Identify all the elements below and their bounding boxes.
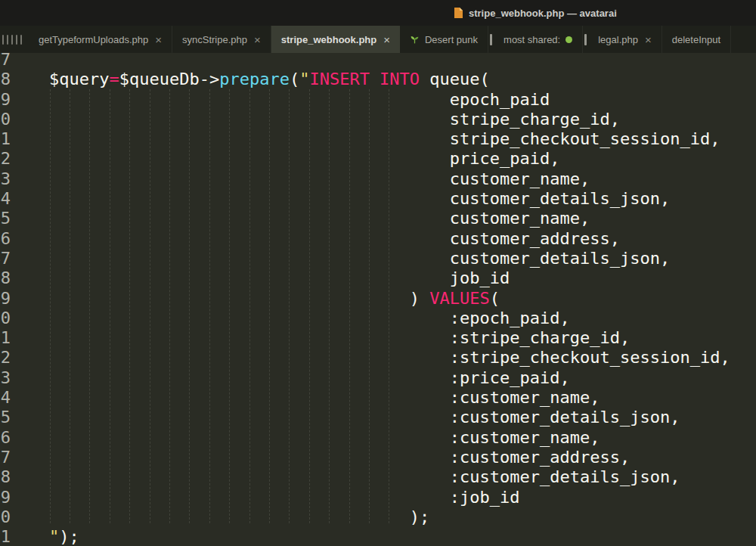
editor[interactable]: 3738$query=$queueDb->prepare("INSERT INT… [0, 53, 756, 546]
code-line: 44 customer_details_json, [0, 189, 756, 209]
line-number: 42 [0, 149, 11, 169]
code-text: customer_name, [11, 169, 590, 189]
code-text: customer_address, [11, 229, 620, 249]
tab-label: Desert punk [425, 34, 478, 45]
code-text: :customer_details_json, [11, 408, 680, 427]
code-text: :stripe_charge_id, [11, 328, 630, 348]
line-number: 51 [0, 328, 11, 348]
tab-most-shared-[interactable]: most shared: [494, 26, 583, 53]
code-text: stripe_charge_id, [11, 110, 620, 129]
code-text: :customer_details_json, [11, 467, 680, 487]
code-line: 46 customer_address, [0, 229, 756, 249]
code-text: stripe_checkout_session_id, [11, 129, 720, 149]
tab-close-icon[interactable]: × [254, 34, 261, 45]
tab-label: getTypeformUploads.php [39, 34, 148, 45]
line-number: 45 [0, 209, 11, 228]
code-text: :customer_name, [11, 428, 600, 448]
code-text: ); [11, 507, 429, 527]
tab-separator [584, 34, 587, 45]
code-line: 40 stripe_charge_id, [0, 110, 756, 129]
window-title-group: stripe_webhook.php — avatarai [454, 0, 617, 26]
code-text: $query=$queueDb->prepare("INSERT INTO qu… [11, 70, 490, 89]
code-line: 37 [0, 53, 756, 70]
code-line: 53 :price_paid, [0, 368, 756, 388]
code-line: 61"); [0, 527, 756, 546]
line-number: 48 [0, 268, 11, 288]
line-number: 61 [0, 527, 11, 546]
edge-bar [2, 35, 4, 45]
tab-bar: getTypeformUploads.php×syncStripe.php×st… [0, 26, 756, 53]
line-number: 60 [0, 507, 11, 527]
code-line: 58 :customer_details_json, [0, 467, 756, 487]
code-line: 41 stripe_checkout_session_id, [0, 129, 756, 149]
tab-close-icon[interactable]: × [645, 34, 652, 45]
tab-deleteinput[interactable]: deleteInput [662, 26, 731, 53]
code-line: 57 :customer_address, [0, 448, 756, 467]
tab-legal-php[interactable]: legal.php× [588, 26, 662, 53]
code-text: ) VALUES( [11, 289, 500, 309]
code-line: 56 :customer_name, [0, 428, 756, 448]
tab-close-icon[interactable]: × [155, 34, 162, 45]
titlebar: stripe_webhook.php — avatarai [0, 0, 756, 26]
line-number: 46 [0, 229, 11, 249]
tab-label: stripe_webhook.php [281, 34, 376, 45]
modified-dot [565, 36, 572, 43]
tab-strip: getTypeformUploads.php×syncStripe.php×st… [29, 26, 756, 53]
line-number: 56 [0, 428, 11, 448]
edge-bar [11, 35, 13, 45]
clipped-tab-edge [0, 26, 29, 53]
code-text: price_paid, [11, 149, 560, 169]
line-number: 41 [0, 129, 11, 149]
line-number: 47 [0, 249, 11, 268]
tab-label: deleteInput [672, 34, 720, 45]
tab-label: legal.php [598, 34, 638, 45]
line-number: 39 [0, 90, 11, 110]
line-number: 53 [0, 368, 11, 388]
tab-gettypeformuploads-php[interactable]: getTypeformUploads.php× [29, 26, 172, 53]
line-number: 57 [0, 448, 11, 467]
code-line: 38$query=$queueDb->prepare("INSERT INTO … [0, 70, 756, 89]
code-text: customer_details_json, [11, 249, 670, 268]
code-line: 54 :customer_name, [0, 388, 756, 408]
code-text: "); [11, 527, 79, 546]
tab-close-icon[interactable]: × [383, 34, 390, 45]
code-line: 52 :stripe_checkout_session_id, [0, 348, 756, 368]
line-number: 58 [0, 467, 11, 487]
line-number: 38 [0, 70, 11, 89]
tab-syncstripe-php[interactable]: syncStripe.php× [172, 26, 271, 53]
code-text: :price_paid, [11, 368, 570, 388]
edge-bar [16, 35, 17, 45]
line-number: 52 [0, 348, 11, 368]
line-number: 43 [0, 169, 11, 189]
code-text: :customer_address, [11, 448, 630, 467]
code-text [11, 53, 49, 70]
tab-desert-punk[interactable]: Desert punk [400, 26, 488, 53]
code-line: 55 :customer_details_json, [0, 408, 756, 427]
tab-separator [490, 34, 492, 45]
php-file-icon [454, 8, 463, 19]
line-number: 44 [0, 189, 11, 209]
code-text: :stripe_checkout_session_id, [11, 348, 730, 368]
code-line: 47 customer_details_json, [0, 249, 756, 268]
tab-label: syncStripe.php [182, 34, 247, 45]
seedling-icon [410, 35, 420, 45]
window-title: stripe_webhook.php — avatarai [469, 8, 617, 19]
code-text: epoch_paid [11, 90, 550, 110]
code-line: 39 epoch_paid [0, 90, 756, 110]
edge-bar [20, 35, 22, 45]
code-line: 59 :job_id [0, 488, 756, 507]
code-line: 49 ) VALUES( [0, 289, 756, 309]
line-number: 59 [0, 488, 11, 507]
code-line: 60 ); [0, 507, 756, 527]
code-area[interactable]: 3738$query=$queueDb->prepare("INSERT INT… [0, 53, 756, 546]
code-text: :job_id [11, 488, 520, 507]
line-number: 55 [0, 408, 11, 427]
line-number: 37 [0, 53, 11, 70]
line-number: 49 [0, 289, 11, 309]
line-number: 54 [0, 388, 11, 408]
code-line: 51 :stripe_charge_id, [0, 328, 756, 348]
code-text: customer_details_json, [11, 189, 670, 209]
edge-bar [7, 35, 8, 45]
tab-stripe-webhook-php[interactable]: stripe_webhook.php× [271, 26, 400, 53]
code-line: 48 job_id [0, 268, 756, 288]
